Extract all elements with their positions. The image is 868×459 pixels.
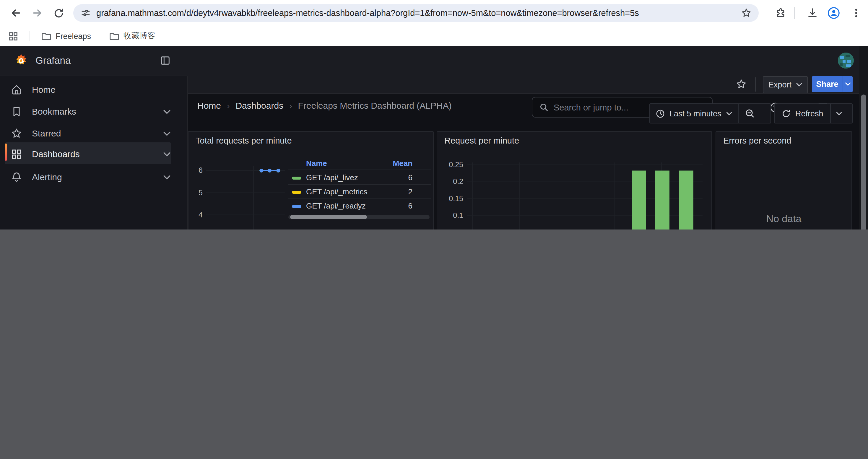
breadcrumb-dashboards[interactable]: Dashboards (236, 100, 283, 110)
svg-text:6: 6 (198, 166, 203, 174)
bell-icon (11, 171, 23, 183)
bookmark-folder-label[interactable]: 收藏博客 (123, 31, 155, 41)
url-bar[interactable]: grafana.mathmast.com/d/deytv4rwavabkb/fr… (73, 4, 759, 22)
download-icon[interactable] (805, 5, 820, 21)
share-dropdown-button[interactable] (843, 76, 852, 92)
refresh-icon (782, 109, 790, 118)
reload-button[interactable] (51, 5, 66, 21)
share-split-button: Share (812, 76, 852, 92)
legend-header-mean[interactable]: Mean (393, 159, 412, 168)
url-text[interactable]: grafana.mathmast.com/d/deytv4rwavabkb/fr… (96, 8, 734, 18)
no-data-message: No data (716, 213, 851, 225)
chevron-right-icon: › (289, 101, 292, 110)
favorite-star-icon[interactable] (736, 78, 747, 90)
request-per-minute-chart: 0.250.20.150.10.05017:37:0017:38:0017:39… (437, 132, 711, 230)
user-avatar[interactable] (838, 53, 854, 68)
home-icon (11, 84, 23, 96)
export-button[interactable]: Export (763, 76, 808, 93)
site-settings-icon[interactable] (81, 8, 90, 18)
chevron-right-icon: › (227, 101, 229, 110)
refresh-controls: Refresh (774, 103, 852, 124)
svg-text:4: 4 (198, 210, 203, 219)
legend-separator (288, 198, 431, 199)
breadcrumb-home[interactable]: Home (197, 100, 221, 110)
sidebar-item-dashboards[interactable]: Dashboards (0, 141, 187, 165)
svg-text:5: 5 (198, 189, 203, 197)
svg-text:0.15: 0.15 (449, 194, 463, 203)
toolbar-divider (794, 7, 795, 19)
bookmarks-bar: Freeleaps 收藏博客 (0, 26, 868, 47)
browser-window: grafana.mathmast.com/d/deytv4rwavabkb/fr… (0, 0, 868, 230)
dock-menu-icon[interactable] (160, 56, 170, 66)
breadcrumb: Home › Dashboards › Freeleaps Metrics Da… (197, 100, 452, 110)
screen: grafana.mathmast.com/d/deytv4rwavabkb/fr… (0, 0, 868, 230)
time-range-picker[interactable]: Last 5 minutes (650, 109, 738, 118)
dashboards-grid-icon (11, 148, 23, 160)
grafana-brand[interactable]: Grafana (35, 55, 71, 66)
bookmark-icon (11, 106, 23, 118)
forward-button[interactable] (30, 5, 45, 21)
dashboard-actions-bar: Export Share (187, 76, 868, 94)
legend-scrollbar[interactable] (288, 215, 430, 219)
grafana-logo[interactable] (14, 54, 28, 68)
search-icon (539, 103, 548, 112)
legend-separator (288, 212, 431, 213)
bookmark-star-icon[interactable] (741, 8, 752, 18)
panel-request-per-minute[interactable]: Request per minute 0.250.20.150.10.05017… (437, 131, 712, 230)
legend-header-name[interactable]: Name (306, 159, 327, 168)
browser-toolbar: grafana.mathmast.com/d/deytv4rwavabkb/fr… (0, 0, 868, 26)
zoom-out-button[interactable] (739, 104, 761, 123)
panel-errors-per-second[interactable]: Errors per second No data (716, 131, 852, 230)
chevron-down-icon[interactable] (163, 174, 171, 182)
extensions-icon[interactable] (773, 5, 788, 21)
selected-highlight (5, 142, 172, 164)
legend-separator (288, 184, 431, 185)
bookmarks-divider (30, 31, 30, 41)
back-button[interactable] (8, 5, 24, 21)
star-icon (11, 128, 23, 139)
refresh-button[interactable]: Refresh (775, 109, 831, 118)
scrollbar-thumb[interactable] (861, 95, 866, 230)
apps-grid-icon[interactable] (8, 30, 18, 42)
legend-separator (288, 169, 431, 170)
svg-text:0.25: 0.25 (449, 160, 463, 169)
share-button[interactable]: Share (812, 76, 843, 92)
time-controls: Last 5 minutes (649, 103, 771, 124)
grafana-header: Grafana Home › Dashboards › Freeleaps Me… (0, 46, 868, 76)
sidebar-item-home[interactable]: Home (0, 79, 187, 101)
chevron-down-icon[interactable] (163, 151, 171, 158)
chevron-down-icon (726, 111, 732, 116)
sidebar-item-bookmarks[interactable]: Bookmarks (0, 101, 187, 123)
chevron-down-icon[interactable] (163, 108, 171, 116)
page-scrollbar[interactable] (859, 46, 868, 230)
bookmark-folder-blogs[interactable]: 收藏博客 (109, 30, 155, 42)
breadcrumb-current: Freeleaps Metrics Dashboard (ALPHA) (298, 100, 452, 110)
panel-title[interactable]: Errors per second (723, 136, 792, 145)
svg-text:0.05: 0.05 (449, 228, 463, 230)
profile-icon[interactable] (826, 5, 841, 21)
panel-total-requests[interactable]: Total requests per minute 6543217:40 Nam… (188, 131, 434, 230)
chevron-down-icon[interactable] (163, 130, 171, 138)
sidebar-nav: Home Bookmarks Starred Dashboards Alerti… (0, 76, 188, 230)
actions-divider (755, 77, 756, 92)
bookmark-folder-freeleaps[interactable]: Freeleaps (41, 30, 91, 42)
browser-menu-icon[interactable] (848, 5, 864, 21)
refresh-interval-dropdown[interactable] (831, 104, 847, 123)
sidebar-item-alerting[interactable]: Alerting (0, 167, 187, 189)
clock-icon (656, 109, 665, 118)
bookmark-folder-label[interactable]: Freeleaps (56, 32, 91, 40)
svg-text:0.2: 0.2 (453, 177, 463, 186)
selected-accent-bar (5, 143, 7, 161)
svg-text:0.1: 0.1 (453, 211, 463, 220)
header-divider (187, 46, 187, 76)
